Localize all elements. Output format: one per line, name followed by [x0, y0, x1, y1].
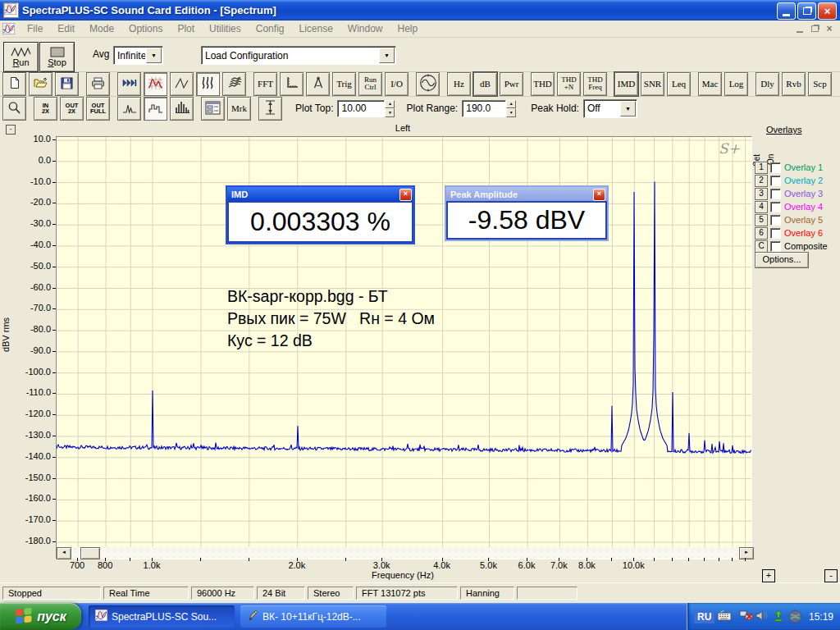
- zoom-out-full-button[interactable]: OUT FULL: [86, 97, 110, 121]
- snr-button[interactable]: SNR: [641, 72, 664, 96]
- menu-item-file[interactable]: File: [20, 21, 50, 36]
- x-zoom-in-button[interactable]: +: [762, 569, 775, 582]
- update-icon[interactable]: [772, 609, 786, 623]
- zoom-out-2x-button[interactable]: OUT 2X: [60, 97, 84, 121]
- overlay-on-checkbox[interactable]: [770, 176, 781, 186]
- scope-button[interactable]: Scp: [808, 72, 832, 96]
- io-settings-button[interactable]: I/O: [385, 72, 409, 96]
- taskbar-task-2[interactable]: ВК- 10+11кГц-12dB-...: [240, 605, 386, 628]
- zoom-in-2x-button[interactable]: IN 2X: [34, 97, 57, 121]
- scroll-right-icon[interactable]: ►: [739, 547, 754, 559]
- mdi-restore-button[interactable]: [809, 23, 820, 34]
- run-control-button[interactable]: Run Ctrl: [358, 72, 382, 96]
- trigger-button[interactable]: Trig: [332, 72, 356, 96]
- plot-top-value[interactable]: 10.00: [337, 100, 385, 117]
- vertical-range-button[interactable]: [258, 97, 282, 121]
- run-button[interactable]: Run: [3, 42, 39, 72]
- step-plot-style-button[interactable]: [144, 97, 167, 121]
- macro-button[interactable]: Mac: [698, 72, 722, 96]
- overlay-set-button-6[interactable]: 6: [755, 227, 768, 240]
- menu-item-mode[interactable]: Mode: [82, 21, 121, 36]
- calibration-button[interactable]: [306, 72, 330, 96]
- network-offline-icon[interactable]: [739, 609, 753, 623]
- overlay-set-button-5[interactable]: 5: [755, 214, 768, 226]
- avg-select[interactable]: Infinite▼: [113, 46, 163, 65]
- power-units-button[interactable]: Pwr: [500, 72, 523, 96]
- delay-button[interactable]: Dly: [756, 72, 779, 96]
- surface-view-button[interactable]: [222, 72, 246, 96]
- overlay-set-button-3[interactable]: 3: [755, 188, 768, 200]
- load-configuration-select[interactable]: Load Configuration▼: [201, 46, 396, 65]
- open-file-button[interactable]: [29, 72, 52, 96]
- overlay-set-button-2[interactable]: 2: [755, 175, 768, 187]
- taskbar-task-1[interactable]: SpectraPLUS-SC Sou...: [89, 605, 235, 628]
- close-button[interactable]: ×: [818, 2, 837, 20]
- reverb-button[interactable]: Rvb: [782, 72, 806, 96]
- minimize-button[interactable]: [777, 2, 796, 20]
- spectrogram-view-button[interactable]: [196, 72, 220, 96]
- restore-button[interactable]: [797, 2, 816, 20]
- overlay-set-button-1[interactable]: 1: [755, 162, 768, 174]
- fast-forward-button[interactable]: [117, 72, 141, 96]
- overlay-on-checkbox[interactable]: [770, 241, 781, 252]
- stop-button[interactable]: Stop: [39, 42, 75, 72]
- bar-plot-style-button[interactable]: [170, 97, 194, 121]
- waveform-view-button[interactable]: [170, 72, 194, 96]
- menu-item-license[interactable]: License: [291, 21, 340, 36]
- zoom-button[interactable]: [2, 97, 26, 121]
- menu-item-options[interactable]: Options: [121, 21, 170, 36]
- menu-item-plot[interactable]: Plot: [170, 21, 202, 36]
- imd-meter-window[interactable]: IMD × 0.003303 %: [226, 185, 415, 244]
- mdi-minimize-button[interactable]: [794, 23, 806, 34]
- scrollbar-thumb[interactable]: [80, 547, 100, 559]
- overlay-set-button-C[interactable]: C: [755, 240, 768, 253]
- menu-item-config[interactable]: Config: [249, 21, 292, 36]
- menu-item-help[interactable]: Help: [390, 21, 426, 36]
- display-options-button[interactable]: [201, 97, 225, 121]
- volume-icon[interactable]: [756, 609, 769, 623]
- title-bar[interactable]: SpectraPLUS-SC Sound Card Edition - [Spe…: [0, 0, 840, 21]
- thd-button[interactable]: THD: [531, 72, 555, 96]
- new-document-button[interactable]: [2, 72, 26, 96]
- save-button[interactable]: [55, 72, 79, 96]
- mdi-close-button[interactable]: ×: [824, 23, 835, 34]
- overlay-on-checkbox[interactable]: [770, 162, 781, 173]
- messenger-globe-icon[interactable]: [788, 609, 802, 623]
- overlay-on-checkbox[interactable]: [770, 202, 781, 212]
- logging-button[interactable]: Log: [724, 72, 748, 96]
- close-icon[interactable]: ×: [399, 189, 412, 201]
- db-units-button[interactable]: dB: [473, 72, 497, 96]
- line-plot-style-button[interactable]: [117, 97, 141, 121]
- overlays-options-button[interactable]: Options...: [755, 252, 809, 268]
- plot-canvas[interactable]: S+ IMD × 0.003303 % Peak Amplitude × -9.…: [56, 136, 752, 559]
- thd-n-button[interactable]: THD +N: [557, 72, 581, 96]
- plot-horizontal-scrollbar[interactable]: ◄ ►: [57, 547, 753, 558]
- start-button[interactable]: пуск: [0, 603, 81, 630]
- overlay-set-button-4[interactable]: 4: [755, 201, 768, 213]
- plot-range-value[interactable]: 190.0: [462, 100, 506, 117]
- menu-item-window[interactable]: Window: [340, 21, 390, 36]
- markers-button[interactable]: Mrk: [227, 97, 251, 121]
- overlay-on-checkbox[interactable]: [770, 189, 781, 199]
- close-icon[interactable]: ×: [593, 189, 605, 201]
- menu-item-edit[interactable]: Edit: [50, 21, 82, 36]
- x-zoom-out-button[interactable]: -: [824, 569, 838, 582]
- language-indicator[interactable]: RU: [694, 610, 714, 623]
- menu-item-utilities[interactable]: Utilities: [202, 21, 249, 36]
- fft-settings-button[interactable]: FFT: [253, 72, 277, 96]
- scroll-left-icon[interactable]: ◄: [57, 547, 71, 559]
- scaling-button[interactable]: [280, 72, 304, 96]
- spectrum-view-button[interactable]: [144, 72, 167, 96]
- print-button[interactable]: [86, 72, 110, 96]
- overlay-on-checkbox[interactable]: [770, 215, 781, 226]
- hz-units-button[interactable]: Hz: [447, 72, 471, 96]
- peak-hold-select[interactable]: Off▼: [583, 99, 637, 118]
- peak-amplitude-window[interactable]: Peak Amplitude × -9.58 dBV: [445, 185, 609, 241]
- overlay-on-checkbox[interactable]: [770, 228, 781, 239]
- keyboard-icon[interactable]: [717, 609, 731, 623]
- spinner[interactable]: ▲▼: [506, 100, 516, 117]
- leq-button[interactable]: Leq: [667, 72, 691, 96]
- thd-freq-button[interactable]: THD Freq: [583, 72, 607, 96]
- signal-generator-button[interactable]: [416, 72, 440, 96]
- imd-button[interactable]: IMD: [614, 72, 638, 96]
